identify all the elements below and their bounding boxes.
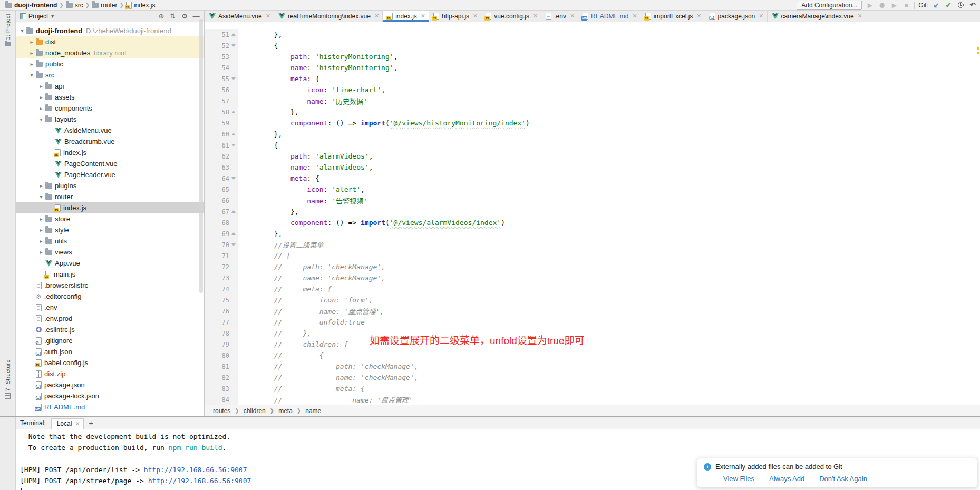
hide-panel-icon[interactable]: — bbox=[191, 12, 201, 20]
close-icon[interactable]: ✕ bbox=[696, 13, 701, 19]
chevron-right-icon[interactable]: ▸ bbox=[37, 227, 45, 233]
breadcrumb-item[interactable]: duoji-frontend bbox=[5, 2, 57, 9]
debug-icon[interactable]: ⬣ bbox=[878, 1, 886, 9]
code-line[interactable]: 80 // { bbox=[205, 350, 980, 361]
coverage-icon[interactable]: ▶ bbox=[890, 1, 898, 9]
tree-item[interactable]: PageContent.vue bbox=[16, 158, 204, 169]
project-tree-scrollbar[interactable] bbox=[199, 19, 203, 293]
tree-item[interactable]: {..}package-lock.json bbox=[16, 390, 204, 401]
code-editor[interactable]: 51 },52 {53 path: 'historyMonitoring',54… bbox=[205, 22, 980, 405]
tree-item[interactable]: ▸public bbox=[16, 58, 204, 70]
chevron-right-icon[interactable]: ▸ bbox=[37, 249, 45, 255]
fold-marker-icon[interactable] bbox=[231, 232, 236, 235]
tree-item[interactable]: {..}package.json bbox=[16, 379, 204, 390]
code-line[interactable]: 63 name: 'alarmVideos', bbox=[205, 162, 980, 173]
rollback-icon[interactable]: ↶ bbox=[968, 1, 977, 9]
fold-marker-icon[interactable] bbox=[231, 33, 236, 36]
fold-marker-icon[interactable] bbox=[231, 210, 236, 213]
code-line[interactable]: 53 path: 'historyMonitoring', bbox=[205, 51, 980, 62]
code-line[interactable]: 76 // name: '盘点管理', bbox=[205, 306, 980, 317]
tree-item[interactable]: Breadcrumb.vue bbox=[16, 136, 204, 147]
run-configuration-selector[interactable]: Add Configuration... bbox=[797, 1, 862, 10]
code-line[interactable]: 83 // meta: { bbox=[205, 383, 980, 394]
code-line[interactable]: 64 meta: { bbox=[205, 173, 980, 184]
code-line[interactable]: 72 // path: 'checkManage', bbox=[205, 261, 980, 272]
notification-action-link[interactable]: Don't Ask Again bbox=[819, 475, 867, 483]
editor-tab[interactable]: .env✕ bbox=[541, 11, 578, 22]
code-line[interactable]: 82 // name: 'checkManage', bbox=[205, 372, 980, 383]
code-line[interactable]: 84 // name: '盘点管理' bbox=[205, 394, 980, 405]
tree-item[interactable]: .env.prod bbox=[16, 313, 204, 324]
close-icon[interactable]: ✕ bbox=[374, 13, 379, 19]
chevron-down-icon[interactable]: ▼ bbox=[50, 14, 55, 19]
editor-tab[interactable]: JShttp-api.js✕ bbox=[429, 11, 481, 22]
tree-item[interactable]: ▸dist bbox=[16, 36, 204, 47]
tree-item[interactable]: ▸views bbox=[16, 247, 204, 258]
code-line[interactable]: 60 }, bbox=[205, 129, 980, 140]
terminal-link[interactable]: http://192.168.66.56:9007 bbox=[144, 466, 247, 474]
tree-item[interactable]: ▸utils bbox=[16, 236, 204, 247]
fold-marker-icon[interactable] bbox=[231, 44, 236, 47]
editor-tab[interactable]: cameraManage\index.vue✕ bbox=[768, 11, 866, 22]
toolwindow-project-button[interactable]: 1: Project bbox=[0, 14, 15, 46]
tree-item[interactable]: JSmain.js bbox=[16, 269, 204, 280]
tree-item[interactable]: JSindex.js bbox=[16, 147, 204, 158]
code-line[interactable]: 81 // path: 'checkManage', bbox=[205, 361, 980, 372]
tree-item[interactable]: .env bbox=[16, 302, 204, 313]
fold-marker-icon[interactable] bbox=[231, 133, 236, 135]
tree-item[interactable]: MDREADME.md bbox=[16, 401, 204, 413]
code-line[interactable]: 58 }, bbox=[205, 106, 980, 117]
chevron-right-icon[interactable]: ▸ bbox=[37, 183, 45, 189]
tree-item[interactable]: ▾router bbox=[16, 191, 204, 202]
code-line[interactable]: 74 // meta: { bbox=[205, 283, 980, 295]
code-line[interactable]: 54 name: 'historyMonitoring', bbox=[205, 62, 980, 73]
tree-item[interactable]: ⚙.editorconfig bbox=[16, 291, 204, 302]
code-breadcrumb-item[interactable]: children bbox=[244, 407, 266, 415]
chevron-down-icon[interactable]: ▾ bbox=[18, 28, 26, 34]
close-icon[interactable]: ✕ bbox=[570, 13, 575, 19]
editor-tab[interactable]: JSvue.config.js✕ bbox=[481, 11, 541, 22]
close-icon[interactable]: ✕ bbox=[858, 13, 862, 19]
notification-action-link[interactable]: View Files bbox=[723, 475, 754, 483]
close-icon[interactable]: ✕ bbox=[421, 13, 425, 19]
code-line[interactable]: 67 }, bbox=[205, 206, 980, 217]
tree-item[interactable]: ▾duoji-frontendD:\zheheWeb\duoji-fronten… bbox=[16, 25, 204, 36]
run-icon[interactable]: ▶ bbox=[866, 1, 874, 9]
breadcrumb-item[interactable]: src bbox=[66, 2, 83, 9]
new-terminal-icon[interactable]: + bbox=[89, 419, 93, 427]
breadcrumb-item[interactable]: JSindex.js bbox=[126, 2, 156, 9]
tree-item[interactable]: ▾src bbox=[16, 70, 204, 81]
tree-item[interactable]: App.vue bbox=[16, 258, 204, 269]
editor-tab[interactable]: JSimportExcel.js✕ bbox=[641, 11, 705, 22]
code-line[interactable]: 56 icon: 'line-chart', bbox=[205, 84, 980, 95]
terminal-link[interactable]: http://192.168.66.56:9007 bbox=[148, 477, 251, 485]
tree-item[interactable]: .eslintrc.js bbox=[16, 324, 204, 335]
chevron-right-icon[interactable]: ▸ bbox=[27, 50, 36, 56]
code-line[interactable]: 75 // icon: 'form', bbox=[205, 295, 980, 306]
tree-item[interactable]: ▸store bbox=[16, 213, 204, 224]
tree-item[interactable]: .browserslistrc bbox=[16, 280, 204, 291]
editor-tab[interactable]: realTimeMonitoring\index.vue✕ bbox=[274, 11, 383, 22]
close-icon[interactable]: ✕ bbox=[632, 13, 637, 19]
tree-item[interactable]: dist.zip bbox=[16, 368, 204, 379]
chevron-right-icon[interactable]: ▸ bbox=[37, 83, 45, 89]
tree-item[interactable]: ▸style bbox=[16, 224, 204, 236]
editor-tab[interactable]: JSindex.js✕ bbox=[383, 11, 429, 22]
close-icon[interactable]: ✕ bbox=[75, 420, 80, 427]
chevron-right-icon[interactable]: ▸ bbox=[37, 216, 45, 222]
code-line[interactable]: 52 { bbox=[205, 40, 980, 51]
code-breadcrumb-item[interactable]: meta bbox=[278, 407, 293, 415]
code-breadcrumb-item[interactable]: name bbox=[305, 407, 321, 415]
stop-icon[interactable]: ■ bbox=[902, 1, 910, 9]
code-line[interactable]: 59 component: () => import('@/views/hist… bbox=[205, 117, 980, 129]
code-line[interactable]: 70 //设置二级菜单 bbox=[205, 239, 980, 250]
code-line[interactable]: 68 component: () => import('@/views/alar… bbox=[205, 217, 980, 228]
toolwindow-structure-button[interactable]: 7: Structure bbox=[0, 359, 15, 399]
git-update-icon[interactable]: ↙ bbox=[932, 1, 940, 9]
editor-tab[interactable]: AsideMenu.vue✕ bbox=[205, 11, 274, 22]
fold-marker-icon[interactable] bbox=[231, 111, 236, 113]
editor-tab[interactable]: {..}package.json✕ bbox=[705, 11, 768, 22]
chevron-right-icon[interactable]: ▸ bbox=[37, 238, 45, 244]
close-icon[interactable]: ✕ bbox=[533, 13, 538, 19]
chevron-down-icon[interactable]: ▾ bbox=[27, 72, 36, 78]
